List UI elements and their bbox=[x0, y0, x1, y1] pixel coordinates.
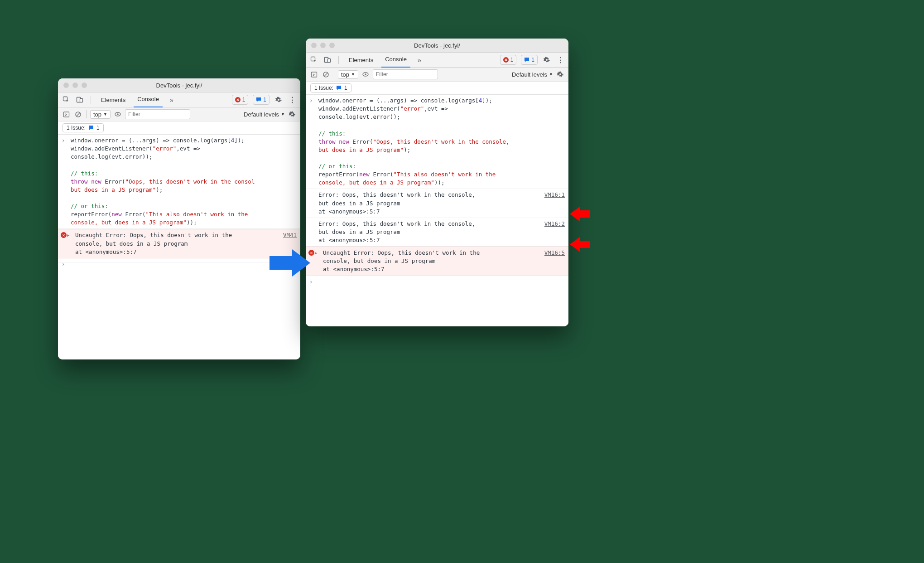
issue-count-pill[interactable]: 1 bbox=[521, 55, 538, 65]
zoom-icon[interactable] bbox=[329, 43, 335, 48]
devtools-tabbar: Elements Console » 1 1 ⋮ bbox=[58, 92, 300, 107]
tab-elements[interactable]: Elements bbox=[345, 53, 377, 67]
issues-bar: 1 Issue: 1 bbox=[58, 121, 300, 135]
console-toolbar: top▼ Default levels▼ bbox=[58, 107, 300, 121]
tab-elements[interactable]: Elements bbox=[97, 92, 129, 107]
window-title: DevTools - jec.fyi/ bbox=[58, 82, 300, 89]
context-selector[interactable]: top▼ bbox=[338, 70, 358, 79]
devtools-window-after: DevTools - jec.fyi/ Elements Console » 1… bbox=[306, 39, 568, 326]
svg-rect-2 bbox=[80, 99, 83, 102]
kebab-icon[interactable]: ⋮ bbox=[556, 55, 565, 64]
traffic-lights bbox=[311, 43, 335, 48]
traffic-lights bbox=[63, 83, 87, 88]
console-body: › window.onerror = (...args) => console.… bbox=[306, 95, 568, 326]
minimize-icon[interactable] bbox=[72, 83, 78, 88]
error-count-pill[interactable]: 1 bbox=[232, 95, 249, 105]
sidebar-toggle-icon[interactable] bbox=[309, 70, 318, 79]
red-arrow-icon bbox=[570, 206, 590, 222]
issue-chip[interactable]: 1 Issue: 1 bbox=[63, 123, 104, 132]
chevron-right-icon: › bbox=[62, 136, 65, 145]
blue-arrow-icon bbox=[270, 249, 310, 277]
clear-console-icon[interactable] bbox=[321, 70, 330, 79]
sidebar-toggle-icon[interactable] bbox=[62, 110, 71, 119]
window-title: DevTools - jec.fyi/ bbox=[306, 42, 568, 49]
device-toggle-icon[interactable] bbox=[323, 55, 332, 64]
svg-point-17 bbox=[365, 73, 366, 75]
live-expression-icon[interactable] bbox=[361, 70, 370, 79]
inspect-icon[interactable] bbox=[62, 95, 71, 104]
devtools-window-before: DevTools - jec.fyi/ Elements Console » 1… bbox=[58, 78, 300, 359]
titlebar: DevTools - jec.fyi/ bbox=[58, 78, 300, 92]
console-input-entry: › window.onerror = (...args) => console.… bbox=[306, 95, 568, 189]
issues-bar: 1 Issue: 1 bbox=[306, 82, 568, 95]
kebab-icon[interactable]: ⋮ bbox=[288, 95, 297, 104]
live-expression-icon[interactable] bbox=[113, 110, 122, 119]
console-error-entry[interactable]: ✕ ▶ VM16:5 Uncaught Error: Oops, this do… bbox=[306, 247, 568, 276]
more-tabs-icon[interactable]: » bbox=[415, 55, 424, 64]
zoom-icon[interactable] bbox=[82, 83, 87, 88]
svg-rect-11 bbox=[328, 59, 331, 63]
issue-chip[interactable]: 1 Issue: 1 bbox=[310, 83, 351, 92]
issue-count-pill[interactable]: 1 bbox=[253, 95, 270, 105]
console-settings-icon[interactable] bbox=[556, 70, 565, 79]
device-toggle-icon[interactable] bbox=[75, 95, 84, 104]
titlebar: DevTools - jec.fyi/ bbox=[306, 39, 568, 53]
console-log-entry: VM16:1 Error: Oops, this doesn't work in… bbox=[306, 189, 568, 218]
close-icon[interactable] bbox=[63, 83, 69, 88]
console-error-entry[interactable]: ✕ ▶ VM41 Uncaught Error: Oops, this does… bbox=[58, 229, 300, 258]
console-prompt[interactable]: › bbox=[58, 258, 300, 262]
source-link[interactable]: VM41 bbox=[283, 231, 297, 239]
more-tabs-icon[interactable]: » bbox=[167, 95, 176, 104]
chevron-right-icon: › bbox=[309, 97, 313, 105]
console-toolbar: top▼ Default levels▼ bbox=[306, 68, 568, 82]
log-levels-dropdown[interactable]: Default levels▼ bbox=[512, 71, 553, 78]
filter-input[interactable] bbox=[125, 109, 190, 119]
settings-icon[interactable] bbox=[274, 95, 283, 104]
svg-line-15 bbox=[324, 73, 327, 76]
chevron-right-icon: › bbox=[309, 278, 313, 286]
tab-console[interactable]: Console bbox=[381, 52, 410, 68]
source-link[interactable]: VM16:2 bbox=[544, 220, 565, 228]
chevron-right-icon: › bbox=[62, 260, 65, 268]
context-selector[interactable]: top▼ bbox=[90, 110, 111, 119]
source-link[interactable]: VM16:5 bbox=[544, 249, 565, 257]
console-log-entry: VM16:2 Error: Oops, this doesn't work in… bbox=[306, 218, 568, 247]
inspect-icon[interactable] bbox=[309, 55, 318, 64]
devtools-tabbar: Elements Console » 1 1 ⋮ bbox=[306, 53, 568, 68]
disclosure-triangle-icon[interactable]: ▶ bbox=[67, 233, 69, 238]
tab-console[interactable]: Console bbox=[134, 92, 163, 108]
svg-point-8 bbox=[117, 113, 119, 115]
console-body: › window.onerror = (...args) => console.… bbox=[58, 135, 300, 359]
disclosure-triangle-icon[interactable]: ▶ bbox=[315, 250, 317, 256]
console-prompt[interactable]: › bbox=[306, 276, 568, 280]
close-icon[interactable] bbox=[311, 43, 317, 48]
red-arrow-icon bbox=[570, 237, 590, 252]
filter-input[interactable] bbox=[373, 69, 438, 79]
error-icon: ✕ bbox=[61, 232, 67, 238]
console-input-entry: › window.onerror = (...args) => console.… bbox=[58, 135, 300, 229]
console-settings-icon[interactable] bbox=[288, 110, 297, 119]
clear-console-icon[interactable] bbox=[73, 110, 82, 119]
source-link[interactable]: VM16:1 bbox=[544, 191, 565, 199]
minimize-icon[interactable] bbox=[320, 43, 326, 48]
error-count-pill[interactable]: 1 bbox=[500, 55, 517, 65]
log-levels-dropdown[interactable]: Default levels▼ bbox=[244, 111, 285, 118]
svg-line-6 bbox=[76, 112, 80, 116]
settings-icon[interactable] bbox=[542, 55, 551, 64]
